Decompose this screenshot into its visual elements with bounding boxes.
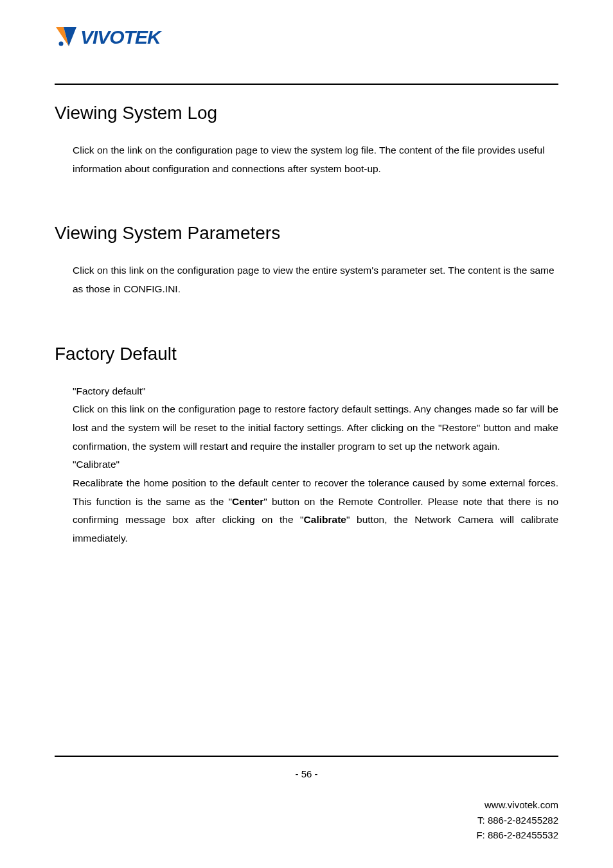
footer-fax: F: 886-2-82455532 (55, 828, 558, 842)
center-button-ref: Center (232, 496, 263, 507)
brand-logo: VIVOTEK (55, 26, 161, 49)
body-viewing-system-parameters: Click on this link on the configuration … (73, 261, 558, 298)
factory-default-text: Click on this link on the configuration … (73, 400, 558, 456)
page-number: - 56 - (55, 768, 558, 779)
vivotek-icon (55, 26, 78, 49)
body-factory-default: "Factory default" Click on this link on … (73, 382, 558, 548)
factory-default-label: "Factory default" (73, 382, 558, 401)
heading-viewing-system-log: Viewing System Log (55, 103, 558, 123)
page-footer: - 56 - www.vivotek.com T: 886-2-82455282… (55, 756, 558, 842)
footer-divider (55, 756, 558, 757)
body-viewing-system-log: Click on the link on the configuration p… (73, 141, 558, 178)
svg-point-0 (59, 42, 64, 46)
calibrate-button-ref: Calibrate (304, 514, 346, 525)
calibrate-text: Recalibrate the home position to the def… (73, 474, 558, 548)
calibrate-label: "Calibrate" (73, 456, 558, 474)
footer-website: www.vivotek.com (55, 797, 558, 812)
footer-telephone: T: 886-2-82455282 (55, 813, 558, 828)
heading-viewing-system-parameters: Viewing System Parameters (55, 223, 558, 244)
footer-contact: www.vivotek.com T: 886-2-82455282 F: 886… (55, 797, 558, 842)
header-divider (55, 84, 558, 85)
brand-text: VIVOTEK (80, 26, 161, 48)
heading-factory-default: Factory Default (55, 344, 558, 364)
logo-wrapper: VIVOTEK (55, 26, 558, 51)
